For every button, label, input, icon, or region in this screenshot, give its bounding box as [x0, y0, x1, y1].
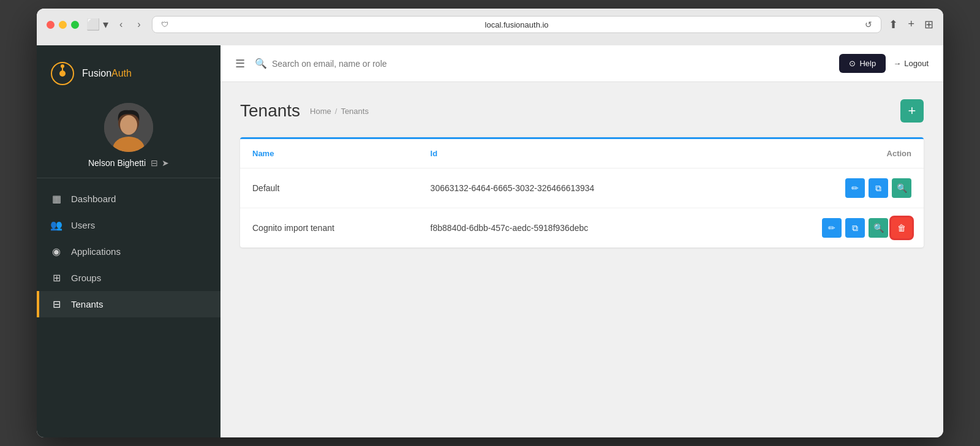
- tab-bar: [47, 39, 933, 45]
- applications-icon: ◉: [50, 246, 62, 257]
- sidebar-item-users-label: Users: [71, 220, 95, 230]
- svg-point-8: [120, 115, 137, 135]
- add-tenant-button[interactable]: +: [900, 99, 924, 123]
- dashboard-icon: ▦: [50, 193, 62, 205]
- page-header-left: Tenants Home / Tenants: [240, 101, 369, 121]
- table-header: Name Id Action: [240, 139, 924, 168]
- sidebar-item-dashboard-label: Dashboard: [71, 194, 116, 204]
- share-icon[interactable]: ⬆: [889, 18, 898, 31]
- browser-actions: ⬆ + ⊞: [889, 18, 933, 31]
- sidebar-item-groups[interactable]: ⊞ Groups: [37, 265, 221, 291]
- table-row: Default 30663132-6464-6665-3032-32646661…: [240, 168, 924, 208]
- action-cell-default: ✏ ⧉ 🔍: [733, 168, 924, 208]
- browser-window: ⬜ ▾ ‹ › 🛡 local.fusionauth.io ↺ ⬆ + ⊞: [37, 9, 943, 437]
- search-button-cognito[interactable]: 🔍: [869, 218, 888, 238]
- svg-point-2: [61, 64, 64, 68]
- action-buttons-cognito: ✏ ⧉ 🔍 🗑: [745, 218, 911, 238]
- sidebar-item-groups-label: Groups: [71, 273, 101, 283]
- tenants-table: Name Id Action Default 30663132-6464-666…: [240, 139, 924, 248]
- app-layout: FusionAuth: [37, 45, 943, 437]
- new-tab-icon[interactable]: +: [908, 18, 914, 31]
- user-card-icon[interactable]: ⊟: [151, 158, 158, 168]
- topbar: ☰ 🔍 ⊙ Help → Logout: [221, 45, 943, 82]
- tenant-id-default: 30663132-6464-6665-3032-326466613934: [418, 168, 734, 208]
- column-action: Action: [733, 139, 924, 168]
- search-container: 🔍: [255, 58, 829, 69]
- tenants-icon: ⊟: [50, 298, 62, 310]
- tenant-name-cognito: Cognito import tenant: [240, 208, 418, 248]
- sidebar-item-tenants[interactable]: ⊟ Tenants: [37, 291, 221, 317]
- sidebar-user: Nelson Bighetti ⊟ ➤: [37, 97, 221, 178]
- action-buttons-default: ✏ ⧉ 🔍: [745, 178, 911, 198]
- browser-chrome: ⬜ ▾ ‹ › 🛡 local.fusionauth.io ↺ ⬆ + ⊞: [37, 9, 943, 45]
- tenant-id-cognito: f8b8840d-6dbb-457c-aedc-5918f936debc: [418, 208, 734, 248]
- address-bar[interactable]: 🛡 local.fusionauth.io ↺: [152, 16, 882, 33]
- groups-icon: ⊞: [50, 272, 62, 284]
- search-button-default[interactable]: 🔍: [892, 178, 911, 198]
- sidebar: FusionAuth: [37, 45, 221, 437]
- help-circle-icon: ⊙: [849, 59, 856, 68]
- logout-button[interactable]: → Logout: [893, 59, 929, 68]
- logo-fusion: Fusion: [82, 68, 111, 78]
- tenants-table-card: Name Id Action Default 30663132-6464-666…: [240, 137, 924, 248]
- maximize-button[interactable]: [71, 21, 79, 29]
- table-row: Cognito import tenant f8b8840d-6dbb-457c…: [240, 208, 924, 248]
- breadcrumb: Home / Tenants: [310, 107, 369, 116]
- sidebar-item-users[interactable]: 👥 Users: [37, 212, 221, 238]
- svg-point-1: [59, 70, 66, 77]
- users-icon: 👥: [50, 219, 62, 231]
- tenant-name-default: Default: [240, 168, 418, 208]
- breadcrumb-current: Tenants: [341, 107, 369, 116]
- reload-button[interactable]: ↺: [865, 20, 872, 29]
- sidebar-nav: ▦ Dashboard 👥 Users ◉ Applications ⊞ Gro…: [37, 178, 221, 437]
- grid-icon[interactable]: ⊞: [924, 18, 933, 31]
- breadcrumb-separator: /: [335, 107, 337, 116]
- sidebar-item-applications-label: Applications: [71, 246, 121, 257]
- column-id: Id: [418, 139, 734, 168]
- copy-button-default[interactable]: ⧉: [869, 178, 888, 198]
- close-button[interactable]: [47, 21, 55, 29]
- user-name-container: Nelson Bighetti ⊟ ➤: [88, 158, 169, 168]
- lock-icon: 🛡: [161, 20, 168, 29]
- sidebar-item-tenants-label: Tenants: [71, 299, 104, 309]
- traffic-lights: [47, 21, 79, 29]
- user-location-icon[interactable]: ➤: [162, 158, 169, 168]
- fusionauth-logo-icon: [49, 60, 76, 87]
- forward-button[interactable]: ›: [134, 18, 144, 31]
- logo-auth: Auth: [111, 68, 132, 78]
- main-content: ☰ 🔍 ⊙ Help → Logout: [221, 45, 943, 437]
- url-text: local.fusionauth.io: [173, 20, 861, 29]
- table-body: Default 30663132-6464-6665-3032-32646661…: [240, 168, 924, 248]
- page-header: Tenants Home / Tenants +: [240, 99, 924, 123]
- logout-label: Logout: [904, 59, 929, 68]
- minimize-button[interactable]: [59, 21, 67, 29]
- avatar: [104, 103, 153, 152]
- logo-text: FusionAuth: [82, 68, 132, 79]
- topbar-actions: ⊙ Help → Logout: [839, 54, 929, 73]
- sidebar-item-applications[interactable]: ◉ Applications: [37, 238, 221, 265]
- copy-button-cognito[interactable]: ⧉: [845, 218, 865, 238]
- sidebar-toggle-button[interactable]: ⬜ ▾: [86, 18, 108, 31]
- help-label: Help: [859, 59, 876, 68]
- column-name: Name: [240, 139, 418, 168]
- breadcrumb-home[interactable]: Home: [310, 107, 331, 116]
- sidebar-item-dashboard[interactable]: ▦ Dashboard: [37, 186, 221, 212]
- delete-button-cognito[interactable]: 🗑: [892, 218, 911, 238]
- menu-icon[interactable]: ☰: [235, 57, 245, 70]
- edit-button-default[interactable]: ✏: [845, 178, 865, 198]
- user-action-icons: ⊟ ➤: [151, 158, 169, 168]
- action-cell-cognito: ✏ ⧉ 🔍 🗑: [733, 208, 924, 248]
- search-icon: 🔍: [255, 58, 267, 69]
- page-title: Tenants: [240, 101, 300, 121]
- user-name-text: Nelson Bighetti: [88, 158, 146, 168]
- help-button[interactable]: ⊙ Help: [839, 54, 886, 73]
- avatar-image: [104, 103, 153, 152]
- back-button[interactable]: ‹: [116, 18, 126, 31]
- edit-button-cognito[interactable]: ✏: [822, 218, 842, 238]
- logout-icon: →: [893, 59, 901, 68]
- sidebar-logo: FusionAuth: [37, 45, 221, 97]
- search-input[interactable]: [272, 59, 829, 69]
- page-content: Tenants Home / Tenants + Name: [221, 82, 943, 437]
